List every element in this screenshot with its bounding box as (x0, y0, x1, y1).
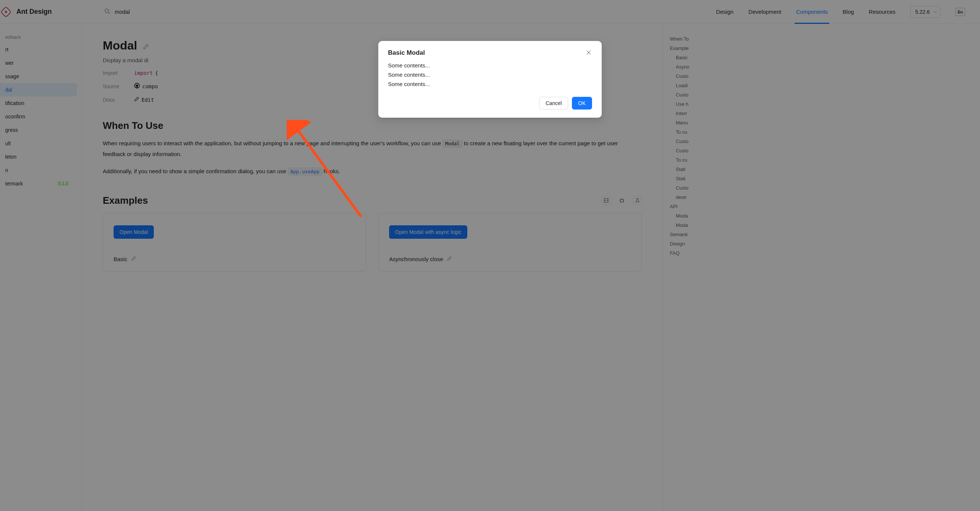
ok-button[interactable]: OK (572, 97, 592, 110)
modal-dialog: Basic Modal Some contents... Some conten… (378, 41, 602, 118)
modal-content-line: Some contents... (388, 70, 592, 80)
modal-title: Basic Modal (388, 49, 425, 57)
close-icon[interactable] (585, 49, 592, 57)
modal-content-line: Some contents... (388, 61, 592, 70)
modal-content-line: Some contents... (388, 80, 592, 89)
cancel-button[interactable]: Cancel (539, 97, 568, 110)
modal-header: Basic Modal (388, 49, 592, 57)
modal-footer: Cancel OK (388, 97, 592, 110)
modal-body: Some contents... Some contents... Some c… (388, 61, 592, 89)
